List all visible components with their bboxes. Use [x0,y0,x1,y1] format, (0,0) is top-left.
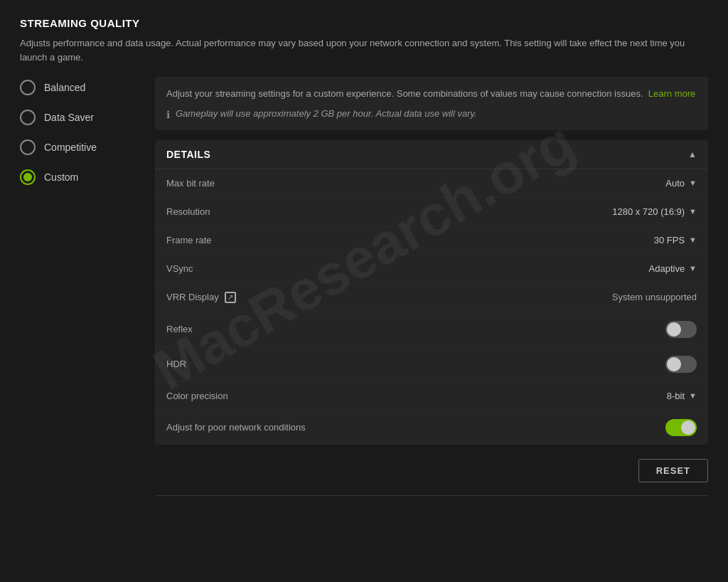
radio-label-competitive: Competitive [44,142,97,153]
detail-row-hdr: HDR [155,347,708,382]
detail-row-adjust-network: Adjust for poor network conditions [155,411,708,445]
detail-value-color-precision[interactable]: 8-bit ▼ [667,391,697,401]
radio-options: Balanced Data Saver Competitive Custom [20,77,134,496]
detail-value-vsync[interactable]: Adaptive ▼ [649,263,697,274]
detail-value-text-color-precision: 8-bit [667,391,685,401]
detail-value-text-vsync: Adaptive [649,263,685,274]
detail-row-frame-rate: Frame rate 30 FPS ▼ [155,226,708,255]
dropdown-arrow-vsync: ▼ [689,264,697,273]
detail-row-max-bit-rate: Max bit rate Auto ▼ [155,169,708,198]
gameplay-note-text: Gameplay will use approximately 2 GB per… [176,108,477,119]
detail-label-reflex: Reflex [166,324,193,334]
gameplay-note: ℹ Gameplay will use approximately 2 GB p… [166,108,697,120]
toggle-hdr[interactable] [665,356,697,373]
detail-value-text-frame-rate: 30 FPS [654,235,685,245]
dropdown-arrow-frame-rate: ▼ [689,236,697,244]
detail-value-resolution[interactable]: 1280 x 720 (16:9) ▼ [612,206,697,217]
vrr-label-container: VRR Display [166,292,236,303]
page-description: Adjusts performance and data usage. Actu… [20,36,702,64]
chevron-up-icon: ▲ [688,149,697,159]
detail-label-vrr-display: VRR Display [166,292,219,302]
radio-circle-custom [20,169,36,185]
detail-row-color-precision: Color precision 8-bit ▼ [155,382,708,411]
reset-button[interactable]: RESET [638,459,708,482]
detail-value-text-resolution: 1280 x 720 (16:9) [612,206,685,217]
radio-option-competitive[interactable]: Competitive [20,139,134,155]
dropdown-arrow-max-bit-rate: ▼ [689,179,697,187]
radio-circle-competitive [20,139,36,155]
toggle-knob-hdr [667,357,681,371]
bottom-divider [155,495,708,496]
detail-row-resolution: Resolution 1280 x 720 (16:9) ▼ [155,198,708,226]
detail-row-vrr-display: VRR Display System unsupported [155,283,708,312]
detail-row-vsync: VSync Adaptive ▼ [155,255,708,283]
radio-label-custom: Custom [44,171,78,183]
detail-row-reflex: Reflex [155,312,708,347]
dropdown-arrow-color-precision: ▼ [689,391,697,400]
details-title: DETAILS [166,149,210,160]
detail-value-frame-rate[interactable]: 30 FPS ▼ [654,235,697,245]
detail-label-hdr: HDR [166,359,186,369]
dropdown-arrow-resolution: ▼ [689,207,697,216]
detail-label-vsync: VSync [166,263,193,274]
detail-label-max-bit-rate: Max bit rate [166,178,215,189]
right-panel: Adjust your streaming settings for a cus… [155,77,708,496]
detail-value-text-max-bit-rate: Auto [665,178,685,189]
detail-value-vrr-display: System unsupported [612,292,697,302]
custom-info-main-text: Adjust your streaming settings for a cus… [166,88,643,99]
radio-label-balanced: Balanced [44,82,85,93]
page-title: STREAMING QUALITY [20,17,708,29]
detail-label-frame-rate: Frame rate [166,235,212,245]
radio-circle-data-saver [20,110,36,125]
detail-label-adjust-network: Adjust for poor network conditions [166,422,306,433]
detail-label-color-precision: Color precision [166,391,228,401]
custom-info-text: Adjust your streaming settings for a cus… [166,87,697,101]
radio-circle-balanced [20,80,36,95]
toggle-reflex[interactable] [665,321,697,338]
custom-info-box: Adjust your streaming settings for a cus… [155,77,708,130]
radio-label-data-saver: Data Saver [44,112,94,123]
radio-option-custom[interactable]: Custom [20,169,134,185]
radio-option-balanced[interactable]: Balanced [20,80,134,95]
toggle-knob-adjust-network [681,420,695,435]
info-icon: ℹ [166,109,170,120]
main-layout: Balanced Data Saver Competitive Custom A… [20,77,708,496]
detail-value-max-bit-rate[interactable]: Auto ▼ [665,178,697,189]
external-link-icon[interactable] [225,292,236,303]
reset-row: RESET [155,445,708,488]
details-section: DETAILS ▲ Max bit rate Auto ▼ Resolution… [155,140,708,445]
details-header[interactable]: DETAILS ▲ [155,140,708,169]
radio-option-data-saver[interactable]: Data Saver [20,110,134,125]
toggle-adjust-network[interactable] [665,419,697,436]
learn-more-link[interactable]: Learn more [648,88,695,99]
toggle-knob-reflex [667,322,681,337]
detail-label-resolution: Resolution [166,206,210,217]
